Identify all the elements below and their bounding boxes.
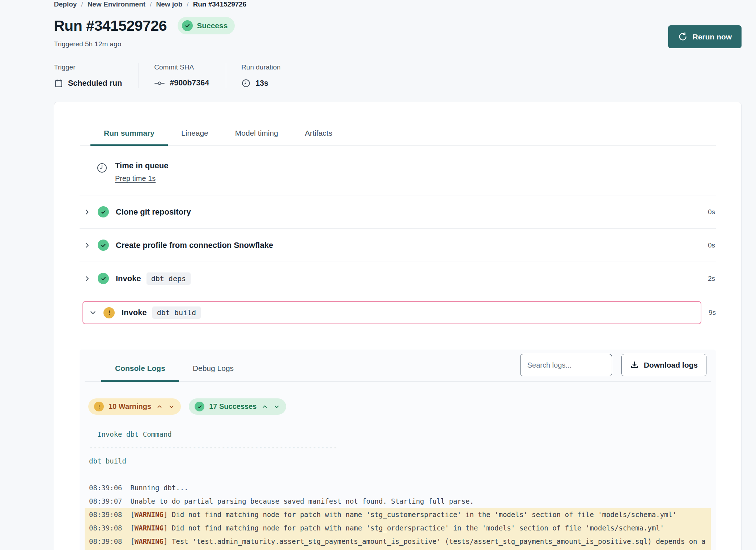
successes-count-label: 17 Successes xyxy=(209,402,256,411)
tab-model-timing[interactable]: Model timing xyxy=(222,124,292,145)
tab-lineage[interactable]: Lineage xyxy=(168,124,222,145)
chevron-right-icon[interactable] xyxy=(82,275,92,282)
console-header: Console Logs Debug Logs Download logs xyxy=(85,350,711,382)
commit-icon xyxy=(154,79,165,87)
chevron-up-icon[interactable] xyxy=(156,403,163,410)
status-badge-label: Success xyxy=(197,21,228,30)
calendar-icon xyxy=(54,79,63,88)
warnings-count-label: 10 Warnings xyxy=(109,402,151,411)
time-in-queue-row: Time in queue Prep time 1s xyxy=(80,146,716,195)
success-check-icon xyxy=(195,402,204,411)
run-summary-card: Run summary Lineage Model timing Artifac… xyxy=(54,102,742,550)
step-command-chip: dbt build xyxy=(152,306,201,319)
run-tabs: Run summary Lineage Model timing Artifac… xyxy=(80,124,716,146)
time-in-queue-title: Time in queue xyxy=(115,161,169,170)
log-summary-badges: 10 Warnings 17 Successes xyxy=(88,398,711,415)
chevron-up-icon[interactable] xyxy=(261,403,268,410)
log-line: 08:39:08 [WARNING] Test 'test.admin_matu… xyxy=(85,535,711,550)
log-line: 08:39:07 Unable to do partial parsing be… xyxy=(85,495,711,508)
log-line xyxy=(85,468,711,481)
step-row-clone-git[interactable]: Clone git repository 0s xyxy=(80,195,716,229)
step-title: Invoke xyxy=(116,274,141,283)
log-line: dbt build xyxy=(85,454,711,468)
step-duration: 2s xyxy=(708,275,715,283)
success-check-icon xyxy=(98,206,109,217)
chevron-right-icon[interactable] xyxy=(82,209,92,215)
commit-sha-label: Commit SHA xyxy=(154,63,209,71)
breadcrumb-separator: / xyxy=(150,0,152,8)
run-duration-label: Run duration xyxy=(241,63,281,71)
rerun-now-button[interactable]: Rerun now xyxy=(668,25,742,48)
success-check-icon xyxy=(182,20,193,31)
search-logs-input[interactable] xyxy=(520,354,612,376)
step-duration: 9s xyxy=(709,309,716,317)
prep-time-link[interactable]: Prep time 1s xyxy=(115,174,156,183)
trigger-value: Scheduled run xyxy=(68,79,122,88)
log-line: Invoke dbt Command xyxy=(85,428,711,441)
breadcrumb-new-job[interactable]: New job xyxy=(156,0,182,8)
commit-sha-value[interactable]: #900b7364 xyxy=(170,79,209,88)
step-command-chip: dbt deps xyxy=(146,272,191,285)
breadcrumb-deploy[interactable]: Deploy xyxy=(54,0,77,8)
breadcrumb-new-environment[interactable]: New Environment xyxy=(88,0,145,8)
page-title: Run #341529726 xyxy=(54,17,167,34)
console-log-output[interactable]: Invoke dbt Command----------------------… xyxy=(85,428,711,550)
clock-icon xyxy=(241,79,251,88)
breadcrumb: Deploy / New Environment / New job / Run… xyxy=(54,0,742,8)
run-meta-row: Trigger Scheduled run Commit SHA #900b73… xyxy=(54,63,742,88)
trigger-label: Trigger xyxy=(54,63,122,71)
download-logs-label: Download logs xyxy=(644,361,698,369)
tab-artifacts[interactable]: Artifacts xyxy=(292,124,346,145)
step-duration: 0s xyxy=(708,208,715,216)
warning-icon xyxy=(94,402,104,411)
status-badge: Success xyxy=(178,17,235,34)
step-row-dbt-deps[interactable]: Invoke dbt deps 2s xyxy=(80,262,716,295)
chevron-right-icon[interactable] xyxy=(82,242,92,249)
title-row: Run #341529726 Success xyxy=(54,17,742,34)
step-warning-outline[interactable]: Invoke dbt build xyxy=(82,301,701,324)
triggered-text: Triggered 5h 12m ago xyxy=(54,40,742,48)
page-content: Deploy / New Environment / New job / Run… xyxy=(54,0,742,550)
run-duration-value: 13s xyxy=(255,79,268,88)
success-check-icon xyxy=(98,273,109,284)
tab-run-summary[interactable]: Run summary xyxy=(90,124,168,145)
warning-icon xyxy=(103,307,115,318)
log-line: 08:39:08 [WARNING] Did not find matching… xyxy=(85,521,711,535)
log-line: ----------------------------------------… xyxy=(85,441,711,454)
breadcrumb-separator: / xyxy=(187,0,188,8)
tab-debug-logs[interactable]: Debug Logs xyxy=(179,358,247,381)
successes-badge[interactable]: 17 Successes xyxy=(189,398,286,415)
breadcrumb-current-run: Run #341529726 xyxy=(193,0,247,8)
refresh-icon xyxy=(678,32,688,42)
log-line: 08:39:08 [WARNING] Did not find matching… xyxy=(85,508,711,521)
download-icon xyxy=(630,361,639,369)
rerun-now-label: Rerun now xyxy=(693,33,732,41)
download-logs-button[interactable]: Download logs xyxy=(621,354,706,376)
chevron-down-icon[interactable] xyxy=(273,403,280,410)
success-check-icon xyxy=(98,240,109,251)
breadcrumb-separator: / xyxy=(81,0,83,8)
console-panel: Console Logs Debug Logs Download logs xyxy=(80,350,716,550)
log-line: 08:39:06 Running dbt... xyxy=(85,481,711,495)
step-title: Create profile from connection Snowflake xyxy=(116,241,273,250)
step-title: Invoke xyxy=(122,308,147,317)
step-title: Clone git repository xyxy=(116,207,191,217)
chevron-down-icon[interactable] xyxy=(88,309,98,316)
chevron-down-icon[interactable] xyxy=(168,403,175,410)
tab-console-logs[interactable]: Console Logs xyxy=(101,358,179,381)
step-duration: 0s xyxy=(708,241,715,249)
step-row-dbt-build[interactable]: Invoke dbt build 9s xyxy=(80,295,716,330)
meta-trigger: Trigger Scheduled run xyxy=(54,63,139,88)
step-row-create-profile[interactable]: Create profile from connection Snowflake… xyxy=(80,229,716,262)
clock-icon xyxy=(96,161,108,183)
meta-run-duration: Run duration 13s xyxy=(226,63,297,88)
meta-commit-sha: Commit SHA #900b7364 xyxy=(139,63,226,88)
warnings-badge[interactable]: 10 Warnings xyxy=(88,398,181,415)
